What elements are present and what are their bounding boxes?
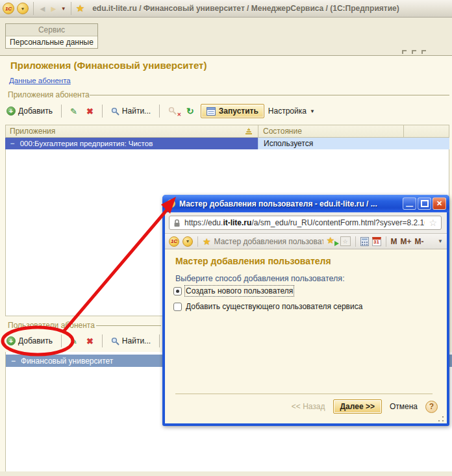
separator <box>159 334 160 347</box>
users-find-button[interactable]: Найти... <box>108 335 153 347</box>
tab-service[interactable]: Сервис <box>6 24 97 36</box>
apps-table-row-selected[interactable]: − 000:Бухгалтерия предприятия: Чистов Ис… <box>5 138 449 149</box>
column-state[interactable]: Состояние <box>263 127 302 136</box>
separator <box>386 236 386 247</box>
column-divider[interactable] <box>403 125 404 137</box>
memory-button-m-minus[interactable]: M- <box>415 237 424 246</box>
forward-icon[interactable]: ► <box>49 5 58 13</box>
browser-topbar: 1С ▼ ◄ ► ▼ ★ edu.it-lite.ru / Финансовый… <box>0 0 452 18</box>
main-menu-icon[interactable]: ▼ <box>182 236 193 247</box>
separator <box>61 105 62 118</box>
section-switcher: Сервис Персональные данные <box>5 23 98 49</box>
apps-section-label: Приложения абонента <box>8 90 90 99</box>
apps-add-button[interactable]: + Добавить <box>4 105 55 117</box>
add-favorite-icon[interactable]: ★ <box>327 236 337 246</box>
1c-logo-icon[interactable]: 1С <box>3 3 14 14</box>
lock-icon <box>173 219 181 227</box>
subscriber-data-link[interactable]: Данные абонента <box>9 77 71 84</box>
dialog-client-area: https://edu.it-lite.ru/a/sm_edu/ru_RU/co… <box>165 212 447 423</box>
separator <box>102 105 103 118</box>
calculator-icon[interactable] <box>360 237 369 246</box>
wizard-heading: Мастер добавления пользователя <box>175 256 331 266</box>
dialog-title: Мастер добавления пользователя - edu.it-… <box>179 199 403 208</box>
window-control-marks[interactable] <box>402 50 426 54</box>
dialog-window-icon <box>167 199 175 208</box>
calendar-icon[interactable]: 31 <box>372 237 381 246</box>
url-field[interactable]: https://edu.it-lite.ru/a/sm_edu/ru_RU/co… <box>169 216 442 230</box>
separator <box>71 2 71 15</box>
favorites-panel-icon[interactable]: ☆ <box>340 236 351 246</box>
apps-refresh-icon[interactable]: ↻ <box>184 105 197 118</box>
back-icon[interactable]: ◄ <box>38 5 47 13</box>
search-icon <box>111 337 119 345</box>
separator <box>102 334 103 347</box>
minimize-button[interactable]: — <box>403 197 416 210</box>
separator <box>355 236 356 247</box>
browser-url-row: https://edu.it-lite.ru/a/sm_edu/ru_RU/co… <box>165 212 447 234</box>
users-section-line <box>96 325 161 326</box>
apps-delete-icon[interactable]: ✖ <box>84 105 96 118</box>
dialog-tab-label[interactable]: Мастер добавления пользоват... <box>214 237 323 246</box>
sort-icon <box>245 128 253 135</box>
resize-grip[interactable] <box>438 416 444 422</box>
form-icon <box>207 107 216 116</box>
apps-run-button[interactable]: Запустить <box>201 104 264 118</box>
help-button[interactable]: ? <box>425 401 438 413</box>
dialog-titlebar[interactable]: Мастер добавления пользователя - edu.it-… <box>162 195 449 212</box>
window-title: edu.it-lite.ru / Финансовый университет … <box>92 4 399 13</box>
dialog-toolbar: 1С ▼ ★ Мастер добавления пользоват... ★ … <box>165 234 447 249</box>
apps-clear-find-icon[interactable]: ✕ <box>166 105 180 117</box>
close-button[interactable]: ✕ <box>433 197 446 210</box>
maximize-button[interactable] <box>418 197 431 210</box>
page-title: Приложения (Финансовый университет) <box>10 60 207 71</box>
memory-button-m-plus[interactable]: M+ <box>401 237 412 246</box>
tab-personal-data[interactable]: Персональные данные <box>6 36 97 48</box>
apps-settings-dropdown[interactable]: Настройка ▼ <box>268 106 315 116</box>
plus-icon: + <box>6 106 16 116</box>
buttons-divider <box>175 394 433 394</box>
separator <box>197 236 198 247</box>
radio-unselected-icon[interactable] <box>173 303 182 311</box>
cancel-button[interactable]: Отмена <box>390 402 418 411</box>
apps-table-header[interactable]: Приложения Состояние <box>5 125 449 138</box>
radio-selected-icon[interactable] <box>173 287 182 295</box>
users-add-button[interactable]: + Добавить <box>4 335 55 347</box>
column-divider[interactable] <box>258 125 258 137</box>
history-dropdown-icon[interactable]: ▼ <box>61 6 66 12</box>
separator <box>159 105 160 118</box>
plus-icon: + <box>6 336 16 345</box>
bottom-strip <box>0 471 452 476</box>
next-button[interactable]: Далее >> <box>333 399 382 414</box>
bookmark-star-icon[interactable]: ☆ <box>429 218 437 228</box>
url-text: https://edu.it-lite.ru/a/sm_edu/ru_RU/co… <box>184 218 425 227</box>
memory-button-m[interactable]: M <box>391 237 397 246</box>
add-user-wizard-window: Мастер добавления пользователя - edu.it-… <box>162 195 449 426</box>
row-marker-icon: − <box>11 357 16 366</box>
apps-edit-icon[interactable]: ✎ <box>68 105 80 118</box>
separator <box>33 2 34 15</box>
users-edit-icon[interactable]: ✎ <box>68 335 80 347</box>
app-window: 1С ▼ ◄ ► ▼ ★ edu.it-lite.ru / Финансовый… <box>0 0 452 476</box>
favorites-icon[interactable]: ★ <box>203 236 211 247</box>
apps-section-line <box>90 95 449 95</box>
apps-find-button[interactable]: Найти... <box>108 105 153 117</box>
column-apps[interactable]: Приложения <box>10 127 55 136</box>
chevron-down-icon: ▼ <box>310 108 315 114</box>
users-delete-icon[interactable]: ✖ <box>84 335 96 347</box>
main-menu-icon[interactable]: ▼ <box>17 3 29 14</box>
app-name-cell[interactable]: − 000:Бухгалтерия предприятия: Чистов <box>5 138 258 149</box>
wizard-content: Мастер добавления пользователя Выберите … <box>165 249 447 423</box>
search-icon <box>168 106 177 115</box>
1c-logo-icon[interactable]: 1С <box>169 236 179 247</box>
option-create-new-user[interactable]: Создать нового пользователя <box>173 286 293 295</box>
favorites-icon[interactable]: ★ <box>76 3 84 14</box>
row-marker-icon: − <box>10 140 15 147</box>
wizard-buttons: << Назад Далее >> Отмена ? <box>292 399 438 414</box>
search-icon <box>111 107 119 116</box>
wizard-prompt: Выберите способ добавления пользователя: <box>175 274 345 283</box>
back-button: << Назад <box>292 402 325 411</box>
toolbar-overflow-icon[interactable]: ▼ <box>438 238 443 244</box>
option-add-existing-user[interactable]: Добавить существующего пользователя серв… <box>173 302 362 311</box>
apps-toolbar: + Добавить ✎ ✖ Найти... ✕ ↻ Запустить На… <box>4 101 315 121</box>
app-state-cell[interactable]: Используется <box>258 138 449 149</box>
